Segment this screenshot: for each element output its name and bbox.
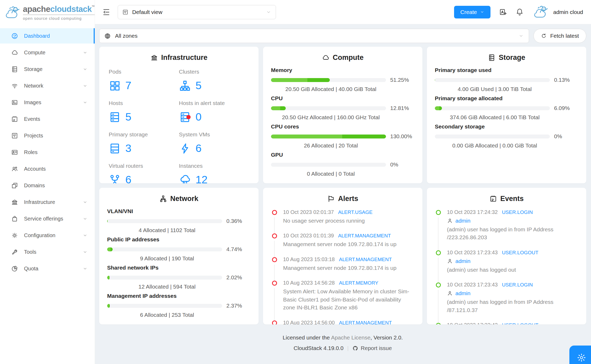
apache-license-link[interactable]: Apache License [331,334,370,341]
event-item: 10 Oct 2023 17:24:32USER.LOGIN admin (ad… [436,209,578,250]
create-button[interactable]: Create [454,6,490,18]
event-user-link[interactable]: admin [455,218,470,224]
cloud-icon [322,54,330,61]
resource-public-ips: Public IP addresses 4.74% 9 Allocated | … [107,236,251,262]
compute-card-title: Compute [271,54,414,62]
resource-primary-storage-used: Primary storage used 0.13% 4.00 GiB Used… [435,67,578,92]
translate-icon[interactable] [499,8,507,16]
hdd-icon [109,142,121,155]
alert-dot [272,281,277,286]
progress-bar [435,135,550,138]
project-icon [122,9,128,15]
stat-pods[interactable]: Pods 7 [109,69,179,92]
sidebar-item-service-offerings[interactable]: Service offerings [0,211,95,226]
user-icon [447,258,453,264]
event-dot [436,282,441,288]
resource-shared-network-ips: Shared network IPs 2.02% 12 Allocated | … [107,265,251,290]
user-icon [447,290,453,296]
stat-clusters[interactable]: Clusters 5 [179,69,249,92]
stat-system-vms[interactable]: System VMs 6 [179,131,249,155]
resource-cpu-cores: CPU cores 130.00% 26 Allocated | 20 Tota… [271,123,414,149]
stat-virtual-routers[interactable]: Virtual routers 6 [109,163,179,183]
brand-tagline: open source cloud computing [23,16,95,21]
sidebar-item-roles[interactable]: Roles [0,145,95,160]
stat-hosts-alert[interactable]: Hosts in alert state 0 [179,100,249,123]
wrench-icon [11,248,18,256]
alert-type-link[interactable]: ALERT.MANAGEMENT [339,320,392,324]
resource-primary-storage-allocated: Primary storage allocated 6.09% 374.06 G… [435,95,578,121]
event-type-link[interactable]: USER.LOGOUT [502,322,538,324]
network-card: Network VLAN/VNI 0.36% 4 Allocated | 110… [99,188,259,324]
cluster-icon [179,80,191,92]
flag-icon [327,195,335,203]
stat-primary-storage[interactable]: Primary storage 3 [109,131,179,155]
resource-vlan: VLAN/VNI 0.36% 4 Allocated | 1102 Total [107,208,251,233]
chevron-down-icon [480,10,484,14]
brand-name: apachecloudstack™ [23,5,95,15]
sidebar-item-events[interactable]: Events [0,111,95,127]
license-line: Licensed under the Apache License, Versi… [99,334,586,341]
stat-instances[interactable]: Instances 12 [179,163,249,183]
avatar [532,5,550,19]
sidebar-item-dashboard[interactable]: Dashboard [0,28,95,44]
chevron-down-icon [519,33,523,38]
progress-bar [435,106,550,110]
sidebar-item-compute[interactable]: Compute [0,45,95,60]
globe-icon [104,33,111,39]
event-type-link[interactable]: USER.LOGOUT [502,250,538,256]
pie-chart-icon [11,265,18,272]
alert-type-link[interactable]: ALERT.MEMORY [339,280,378,286]
settings-fab-button[interactable] [569,346,591,364]
alert-dot [272,233,277,238]
sidebar-item-infrastructure[interactable]: Infrastructure [0,194,95,210]
view-select[interactable]: Default view [118,5,276,19]
calendar-check-icon [489,195,497,203]
sidebar-item-images[interactable]: Images [0,95,95,110]
event-dot [436,323,441,324]
progress-bar [271,135,386,138]
sidebar-item-network[interactable]: Network [0,78,95,93]
storage-card-title: Storage [435,54,578,62]
event-user-link[interactable]: admin [455,290,470,296]
topbar: Default view Create admin cloud [95,0,591,24]
alert-type-link[interactable]: ALERT.MANAGEMENT [338,233,391,239]
chevron-down-icon [83,200,87,204]
progress-bar [271,78,386,82]
sidebar-item-configuration[interactable]: Configuration [0,228,95,243]
sidebar-item-accounts[interactable]: Accounts [0,161,95,176]
sidebar-item-domains[interactable]: Domains [0,178,95,193]
picture-icon [11,99,18,106]
events-card-title: Events [435,195,578,203]
event-item: 10 Oct 2023 17:23:43USER.LOGOUT admin (a… [436,250,578,282]
infrastructure-card-title: Infrastructure [107,54,251,62]
calendar-check-icon [11,116,18,123]
alert-type-link[interactable]: ALERT.USAGE [338,209,373,215]
fetch-latest-button[interactable]: Fetch latest [533,29,586,43]
chevron-down-icon [83,67,87,71]
brand-logo[interactable]: apachecloudstack™ open source cloud comp… [0,0,95,25]
cloudstack-dashboard: apachecloudstack™ open source cloud comp… [0,0,591,364]
alert-type-link[interactable]: ALERT.MANAGEMENT [339,257,392,262]
bank-icon [150,54,158,61]
event-type-link[interactable]: USER.LOGIN [502,209,533,215]
sidebar-item-quota[interactable]: Quota [0,261,95,276]
event-type-link[interactable]: USER.LOGIN [502,282,533,288]
event-dot [436,210,441,215]
event-user-link[interactable]: admin [455,258,470,264]
report-issue-link[interactable]: Report issue [352,345,392,351]
sidebar-item-projects[interactable]: Projects [0,128,95,143]
progress-bar [107,219,222,223]
notifications-bell-icon[interactable] [516,8,524,16]
user-menu[interactable]: admin cloud [532,5,583,19]
stat-hosts[interactable]: Hosts 5 [109,100,179,123]
reload-icon [541,33,547,39]
sidebar-item-storage[interactable]: Storage [0,61,95,77]
user-icon [447,218,453,224]
sidebar-collapse-icon[interactable] [102,8,111,17]
zone-select[interactable]: All zones [99,29,529,43]
alert-item: 10 Aug 2023 14:56:00ALERT.MANAGEMENT [272,320,414,324]
sidebar-item-tools[interactable]: Tools [0,244,95,260]
cloud-server-icon [179,174,191,184]
footer: Licensed under the Apache License, Versi… [99,334,586,351]
appstore-icon [109,80,121,92]
